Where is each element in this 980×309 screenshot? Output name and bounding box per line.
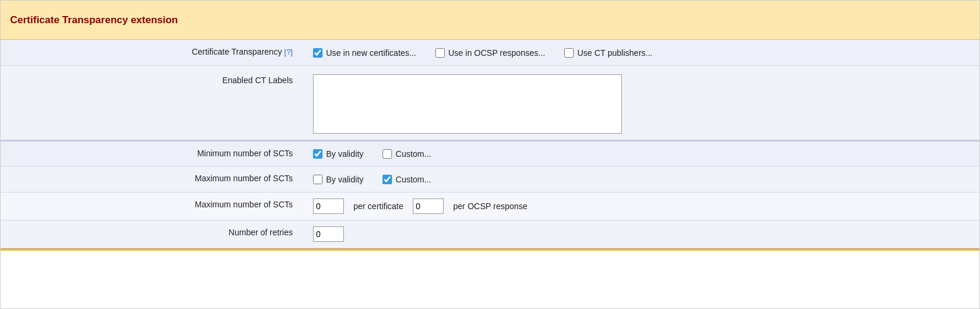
ct-label-cell: Certificate Transparency [?] (1, 40, 304, 62)
max-scts-checkbox1-text: By validity (326, 175, 363, 184)
min-scts-checkbox1-text: By validity (326, 149, 363, 159)
ct-labels-row: Enabled CT Labels (1, 66, 979, 140)
ct-label: Certificate Transparency (192, 47, 282, 56)
max-scts-checkbox2-label[interactable]: Custom... (382, 175, 431, 184)
per-ocsp-label: per OCSP response (453, 201, 527, 211)
ct-labels-control (304, 66, 979, 140)
retries-label: Number of retries (229, 228, 293, 237)
per-cert-label: per certificate (353, 201, 403, 211)
max-scts-per-ocsp-input[interactable] (413, 198, 444, 214)
min-scts-row: Minimum number of SCTs By validity Custo… (1, 140, 979, 166)
min-scts-checkbox2-text: Custom... (396, 149, 431, 159)
page-title: Certificate Transparency extension (10, 14, 178, 26)
max-scts-per-cert-input[interactable] (313, 198, 344, 214)
bottom-border (1, 248, 979, 251)
max-scts-custom-controls: per certificate per OCSP response (304, 193, 979, 220)
ct-help-link[interactable]: [?] (284, 48, 293, 56)
max-scts-custom-label-cell: Maximum number of SCTs (1, 193, 304, 215)
ct-checkbox3-label[interactable]: Use CT publishers... (564, 48, 653, 58)
max-scts-checkbox1[interactable] (313, 175, 323, 184)
header-row: Certificate Transparency extension (1, 1, 979, 40)
min-scts-label-cell: Minimum number of SCTs (1, 141, 304, 164)
min-scts-controls: By validity Custom... (304, 143, 979, 165)
min-scts-checkbox2[interactable] (382, 149, 392, 159)
max-scts-checkbox2-text: Custom... (396, 175, 431, 184)
max-scts-custom-label: Maximum number of SCTs (195, 200, 293, 209)
retries-controls (304, 220, 979, 248)
page-container: Certificate Transparency extension Certi… (0, 0, 980, 309)
max-scts-row: Maximum number of SCTs By validity Custo… (1, 166, 979, 193)
max-scts-controls: By validity Custom... (304, 169, 979, 190)
min-scts-checkbox2-label[interactable]: Custom... (382, 149, 431, 159)
ct-checkbox1-text: Use in new certificates... (326, 48, 416, 58)
min-scts-checkbox1[interactable] (313, 149, 323, 159)
header-title-cell: Certificate Transparency extension (1, 6, 304, 34)
min-scts-label: Minimum number of SCTs (197, 149, 293, 158)
max-scts-label: Maximum number of SCTs (195, 174, 293, 183)
ct-labels-label-cell: Enabled CT Labels (1, 66, 304, 91)
ct-checkbox1-label[interactable]: Use in new certificates... (313, 48, 416, 58)
max-scts-checkbox1-label[interactable]: By validity (313, 175, 363, 184)
retries-input[interactable] (313, 226, 344, 242)
ct-checkbox2-text: Use in OCSP responses... (448, 48, 545, 58)
ct-labels-textarea[interactable] (313, 74, 622, 134)
retries-label-cell: Number of retries (1, 220, 304, 243)
ct-checkbox1[interactable] (313, 48, 323, 58)
ct-row: Certificate Transparency [?] Use in new … (1, 40, 979, 66)
ct-checkbox3[interactable] (564, 48, 574, 58)
min-scts-checkbox1-label[interactable]: By validity (313, 149, 363, 159)
ct-checkbox2[interactable] (435, 48, 445, 58)
ct-checkbox3-text: Use CT publishers... (577, 48, 653, 58)
retries-row: Number of retries (1, 220, 979, 248)
ct-labels-label: Enabled CT Labels (222, 75, 293, 85)
ct-controls: Use in new certificates... Use in OCSP r… (304, 42, 979, 64)
content-area: Certificate Transparency [?] Use in new … (1, 40, 979, 248)
ct-checkbox2-label[interactable]: Use in OCSP responses... (435, 48, 545, 58)
ct-help-text: [?] (284, 48, 293, 56)
max-scts-label-cell: Maximum number of SCTs (1, 166, 304, 189)
max-scts-checkbox2[interactable] (382, 175, 392, 184)
max-scts-custom-row: Maximum number of SCTs per certificate p… (1, 193, 979, 220)
